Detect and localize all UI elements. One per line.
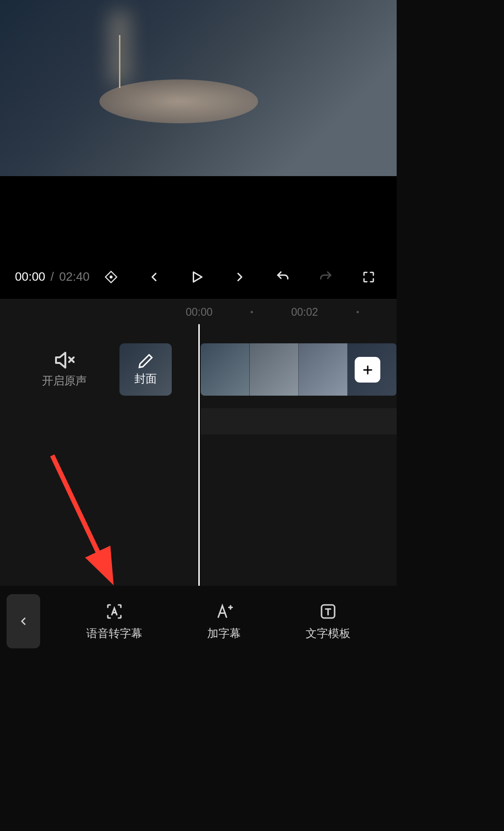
time-separator: /: [50, 270, 54, 284]
redo-button[interactable]: [316, 268, 335, 286]
speaker-mute-icon: [53, 351, 76, 369]
ruler-dot: [251, 311, 253, 313]
clip-frame: [299, 343, 348, 396]
time-tick-1: 00:02: [291, 305, 318, 318]
time-tick-0: 00:00: [186, 305, 213, 318]
ruler-dot: [357, 311, 359, 313]
cover-thumbnail[interactable]: 封面: [119, 343, 172, 396]
add-clip-button[interactable]: [355, 357, 380, 383]
action-label: 文字模板: [306, 626, 350, 641]
action-label: 语音转字幕: [86, 626, 142, 641]
keyframe-button[interactable]: [102, 268, 120, 286]
next-button[interactable]: [231, 268, 249, 286]
action-label: 加字幕: [207, 626, 241, 641]
current-time: 00:00: [15, 270, 45, 284]
play-button[interactable]: [188, 268, 206, 286]
undo-button[interactable]: [273, 268, 292, 286]
empty-track[interactable]: [201, 408, 397, 434]
playback-controls: 00:00 / 02:40: [0, 255, 397, 299]
text-template-button[interactable]: 文字模板: [306, 602, 350, 641]
preview-padding: [0, 176, 397, 255]
svg-point-0: [110, 276, 112, 278]
chevron-left-icon: [17, 615, 29, 627]
total-time: 02:40: [59, 270, 90, 284]
mute-toggle[interactable]: 开启原声: [42, 351, 87, 388]
clip-frame: [201, 343, 250, 396]
control-icons-group: [90, 268, 382, 286]
bottom-actions: 语音转字幕 加字幕 文字模板: [40, 602, 397, 641]
plus-icon: [361, 363, 374, 376]
scan-a-icon: [105, 602, 124, 621]
time-display: 00:00 / 02:40: [15, 270, 90, 284]
cover-label: 封面: [134, 371, 157, 386]
fullscreen-button[interactable]: [359, 268, 378, 286]
a-plus-icon: [214, 602, 234, 621]
add-subtitle-button[interactable]: 加字幕: [207, 602, 241, 641]
speech-to-subtitle-button[interactable]: 语音转字幕: [86, 602, 142, 641]
mute-label: 开启原声: [42, 373, 87, 388]
clip-frame: [250, 343, 299, 396]
timeline-ruler[interactable]: 00:00 00:02: [0, 299, 397, 324]
svg-marker-1: [194, 272, 202, 282]
text-box-icon: [318, 602, 338, 621]
timeline-area[interactable]: 开启原声 封面: [0, 324, 397, 586]
playhead[interactable]: [198, 324, 200, 586]
back-button[interactable]: [7, 594, 40, 648]
prev-button[interactable]: [145, 268, 163, 286]
bottom-toolbar: 语音转字幕 加字幕 文字模板: [0, 589, 397, 653]
video-preview[interactable]: [0, 0, 397, 176]
edit-icon: [137, 353, 154, 369]
